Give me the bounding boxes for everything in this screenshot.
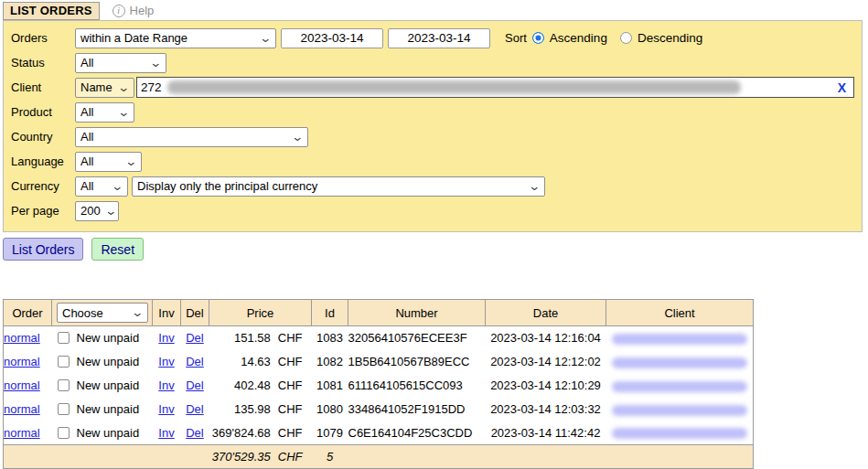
filter-panel: Orders within a Date Range ⌄ Sort Ascend… [3, 20, 863, 232]
table-row: normal New unpaid Inv Del 14.63 CHF 1082… [4, 350, 754, 374]
per-page-value: 200 [80, 204, 101, 218]
order-link[interactable]: normal [4, 355, 40, 368]
product-value: All [80, 105, 93, 119]
row-checkbox[interactable] [58, 332, 70, 344]
info-icon: i [113, 5, 125, 17]
row-count: 5 [312, 445, 348, 469]
filter-row-per-page: Per page 200 ⌄ [11, 198, 862, 223]
price-currency: CHF [278, 378, 303, 392]
chevron-down-icon: ⌄ [117, 83, 130, 92]
date-from-input[interactable] [281, 28, 383, 48]
filter-row-orders: Orders within a Date Range ⌄ Sort Ascend… [11, 26, 862, 50]
col-header-price: Price [209, 300, 312, 326]
order-status-label: New unpaid [77, 426, 140, 440]
order-date: 2023-03-14 12:16:04 [486, 326, 606, 350]
orders-range-select[interactable]: within a Date Range ⌄ [75, 28, 276, 48]
order-number: C6E164104F25C3CDD [348, 421, 486, 445]
list-orders-button[interactable]: List Orders [3, 238, 83, 261]
order-link[interactable]: normal [4, 331, 40, 345]
sort-label: Sort [505, 31, 527, 45]
order-number: 32056410576ECEE3F [348, 326, 486, 350]
col-header-id: Id [312, 300, 348, 326]
sort-descending-radio[interactable] [620, 32, 632, 44]
order-link[interactable]: normal [4, 402, 40, 416]
bulk-action-value: Choose [62, 306, 103, 320]
currency-select[interactable]: All ⌄ [75, 176, 128, 197]
client-search-by-select[interactable]: Name ⌄ [75, 78, 134, 98]
date-to-input[interactable] [388, 28, 490, 48]
currency-display-value: Display only the principal currency [137, 179, 317, 193]
row-checkbox[interactable] [58, 403, 70, 415]
per-page-label: Per page [11, 204, 75, 218]
order-date: 2023-03-14 12:03:32 [486, 398, 606, 421]
orders-table: Order Choose ⌄ Inv Del Price Id Number D… [3, 299, 754, 469]
order-id: 1081 [312, 374, 348, 398]
delete-link[interactable]: Del [186, 355, 204, 368]
client-link-redacted[interactable] [612, 357, 747, 368]
delete-link[interactable]: Del [186, 426, 204, 440]
page-title: LIST ORDERS [3, 2, 100, 20]
order-link[interactable]: normal [4, 378, 40, 392]
order-number: 1B5B6410567B89ECC [348, 350, 486, 374]
country-value: All [80, 130, 93, 144]
col-header-inv: Inv [153, 300, 181, 326]
country-label: Country [11, 130, 75, 144]
client-search-input[interactable]: 272 X [136, 77, 854, 98]
chevron-down-icon: ⌄ [104, 207, 117, 216]
order-id: 1079 [312, 421, 348, 445]
help-link[interactable]: i Help [113, 4, 155, 17]
client-search-by-value: Name [80, 80, 113, 94]
clear-client-button[interactable]: X [838, 80, 846, 95]
sort-ascending-radio[interactable] [532, 32, 544, 44]
order-number: 611164105615CC093 [348, 374, 486, 398]
chevron-down-icon: ⌄ [291, 133, 304, 142]
col-header-del: Del [181, 300, 209, 326]
order-status-label: New unpaid [77, 378, 140, 392]
price-currency: CHF [278, 402, 303, 416]
invoice-link[interactable]: Inv [158, 355, 174, 368]
chevron-down-icon: ⌄ [111, 182, 123, 191]
price-value: 369'824.68 [212, 426, 271, 440]
product-label: Product [11, 105, 75, 119]
currency-value: All [80, 179, 93, 193]
order-id: 1080 [312, 398, 348, 421]
bulk-action-select[interactable]: Choose ⌄ [57, 303, 148, 323]
sort-descending-label: Descending [638, 31, 702, 45]
table-row: normal New unpaid Inv Del 369'824.68 CHF… [4, 421, 754, 445]
product-select[interactable]: All ⌄ [75, 102, 134, 123]
language-select[interactable]: All ⌄ [75, 152, 142, 172]
client-link-redacted[interactable] [612, 428, 747, 439]
client-link-redacted[interactable] [612, 334, 747, 345]
invoice-link[interactable]: Inv [158, 331, 174, 345]
delete-link[interactable]: Del [186, 378, 204, 392]
invoice-link[interactable]: Inv [158, 402, 174, 416]
orders-range-value: within a Date Range [80, 31, 188, 45]
chevron-down-icon: ⌄ [149, 59, 162, 68]
reset-button[interactable]: Reset [91, 238, 144, 261]
orders-label: Orders [11, 31, 75, 45]
table-row: normal New unpaid Inv Del 151.58 CHF 108… [4, 326, 754, 350]
order-id: 1082 [312, 350, 348, 374]
client-link-redacted[interactable] [612, 381, 747, 392]
per-page-select[interactable]: 200 ⌄ [75, 201, 119, 221]
order-status-label: New unpaid [77, 355, 140, 368]
invoice-link[interactable]: Inv [158, 426, 174, 440]
invoice-link[interactable]: Inv [158, 378, 174, 392]
row-checkbox[interactable] [58, 356, 70, 368]
language-value: All [80, 155, 93, 168]
client-link-redacted[interactable] [612, 405, 747, 416]
delete-link[interactable]: Del [186, 402, 204, 416]
redacted-client-text [167, 80, 741, 94]
price-currency: CHF [278, 331, 303, 345]
order-link[interactable]: normal [4, 426, 40, 440]
row-checkbox[interactable] [58, 427, 70, 439]
delete-link[interactable]: Del [186, 331, 204, 345]
country-select[interactable]: All ⌄ [75, 127, 308, 147]
currency-display-select[interactable]: Display only the principal currency ⌄ [132, 176, 545, 197]
action-buttons: List Orders Reset [3, 238, 868, 261]
status-select[interactable]: All ⌄ [75, 53, 166, 73]
row-checkbox[interactable] [58, 379, 70, 391]
chevron-down-icon: ⌄ [528, 182, 541, 191]
price-currency: CHF [278, 355, 303, 368]
order-date: 2023-03-14 12:10:29 [486, 374, 606, 398]
